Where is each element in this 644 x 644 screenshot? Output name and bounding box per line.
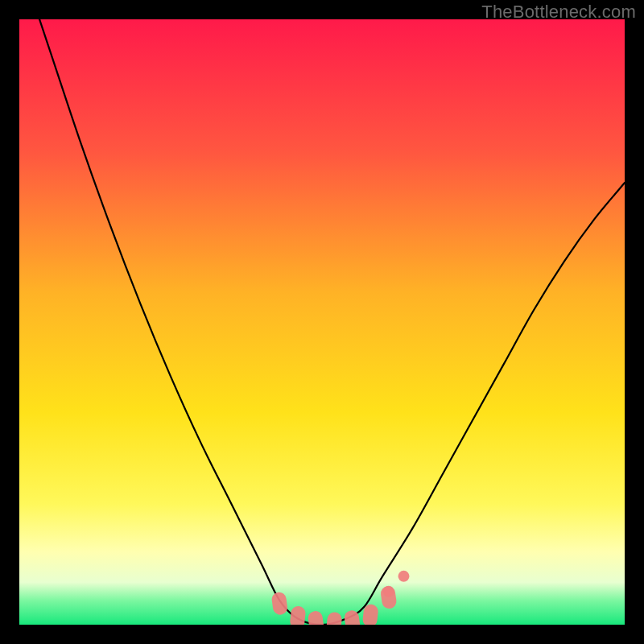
chart-frame: TheBottleneck.com — [0, 0, 644, 644]
valley-marker — [398, 571, 410, 582]
bottleneck-chart-svg — [19, 19, 625, 625]
valley-marker — [383, 586, 394, 597]
chart-background — [19, 19, 625, 625]
plot-area — [19, 19, 625, 625]
